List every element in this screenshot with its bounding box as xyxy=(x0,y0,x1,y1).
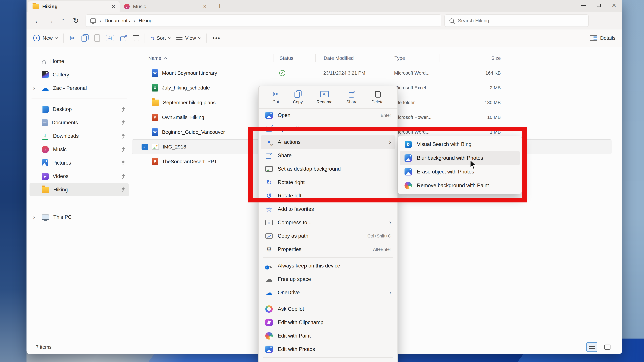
column-header-size[interactable]: Size xyxy=(440,54,503,62)
chevron-down-icon xyxy=(198,36,201,39)
menu-item-edit-with-paint[interactable]: Edit with Paint xyxy=(260,329,396,343)
synced-check-icon xyxy=(279,70,285,76)
rename-button[interactable]: Rename xyxy=(317,90,332,104)
menu-item-free-up-space[interactable]: Free up space xyxy=(260,273,396,286)
column-header-name[interactable]: Name xyxy=(132,54,274,62)
large-icons-view-toggle[interactable] xyxy=(602,342,613,352)
menu-item-open[interactable]: Open Enter xyxy=(260,109,396,122)
refresh-button[interactable]: ↻ xyxy=(70,14,82,27)
column-header-type[interactable]: Type xyxy=(386,54,440,62)
delete-button[interactable] xyxy=(133,34,139,41)
paste-button[interactable] xyxy=(94,34,100,42)
new-tab-button[interactable]: + xyxy=(218,2,222,10)
copilot-icon xyxy=(265,305,273,313)
sidebar-item-home[interactable]: Home xyxy=(30,55,129,68)
cut-button[interactable] xyxy=(69,34,76,42)
maximize-button[interactable] xyxy=(597,4,601,7)
menu-item-compress-to[interactable]: Compress to... › xyxy=(260,216,396,229)
cut-icon xyxy=(273,90,279,98)
sidebar-item-music[interactable]: Music xyxy=(30,143,129,156)
new-label: New xyxy=(42,35,53,41)
breadcrumb-hiking[interactable]: Hiking xyxy=(138,18,152,23)
menu-item-always-keep-on-device[interactable]: Always keep on this device xyxy=(260,259,396,273)
plus-circle-icon: + xyxy=(33,35,40,41)
search-icon xyxy=(450,18,454,23)
sidebar-item-documents[interactable]: Documents xyxy=(30,116,129,129)
share-icon xyxy=(348,90,356,98)
menu-item-add-to-favorites[interactable]: Add to favorites xyxy=(260,202,396,216)
delete-button[interactable]: Delete xyxy=(372,90,384,104)
sidebar-item-gallery[interactable]: Gallery xyxy=(30,68,129,81)
chevron-right-icon: › xyxy=(133,17,135,24)
menu-item-properties[interactable]: Properties Alt+Enter xyxy=(260,243,396,256)
sidebar-item-pictures[interactable]: Pictures xyxy=(30,156,129,170)
toolbar-divider xyxy=(206,33,207,42)
chevron-right-icon[interactable]: › xyxy=(33,85,38,91)
menu-item-edit-with-photos[interactable]: Edit with Photos xyxy=(260,343,396,356)
menu-item-edit-with-clipchamp[interactable]: Edit with Clipchamp xyxy=(260,316,396,329)
chevron-right-icon[interactable]: › xyxy=(33,214,38,220)
close-button[interactable]: × xyxy=(612,2,616,9)
back-button[interactable]: ← xyxy=(31,14,44,27)
tab-music[interactable]: Music × xyxy=(120,1,211,12)
sidebar-item-downloads[interactable]: Downloads xyxy=(30,129,129,143)
copy-button[interactable] xyxy=(81,34,88,42)
menu-item-show-more-options[interactable]: Show more options xyxy=(260,359,396,362)
star-icon xyxy=(266,205,272,213)
sidebar-item-hiking[interactable]: Hiking xyxy=(30,183,129,196)
downloads-icon xyxy=(42,132,49,140)
view-label: View xyxy=(185,35,196,41)
sidebar-item-videos[interactable]: Videos xyxy=(30,170,129,183)
checkbox-checked[interactable] xyxy=(142,144,148,150)
sidebar-item-this-pc[interactable]: › This PC xyxy=(30,211,129,224)
view-button[interactable]: View xyxy=(176,35,201,41)
clipchamp-icon xyxy=(265,319,273,326)
details-pane-button[interactable]: Details xyxy=(590,35,616,41)
sidebar-item-onedrive-personal[interactable]: › Zac - Personal xyxy=(30,81,129,95)
details-label: Details xyxy=(600,35,616,41)
menu-item-copy-as-path[interactable]: Copy as path Ctrl+Shift+C xyxy=(260,229,396,243)
copy-button[interactable]: Copy xyxy=(293,90,303,104)
folder-icon xyxy=(42,187,49,193)
navigation-pane: Home Gallery › Zac - Personal Desktop xyxy=(26,47,132,340)
pin-icon xyxy=(121,120,125,125)
column-header-status[interactable]: Status xyxy=(274,54,315,62)
up-button[interactable]: ↑ xyxy=(57,14,70,27)
sidebar-item-desktop[interactable]: Desktop xyxy=(30,103,129,116)
trash-icon xyxy=(375,91,380,98)
powerpoint-file-icon: P xyxy=(152,158,158,165)
close-tab-icon[interactable]: × xyxy=(203,3,206,10)
rename-icon xyxy=(106,35,114,41)
share-button[interactable] xyxy=(120,34,128,42)
toolbar-divider xyxy=(63,33,64,42)
more-options-button[interactable]: ••• xyxy=(212,35,220,41)
folder-icon xyxy=(152,99,159,106)
menu-separator xyxy=(263,357,393,358)
menu-item-ask-copilot[interactable]: Ask Copilot xyxy=(260,302,396,316)
breadcrumb[interactable]: › Documents › Hiking xyxy=(86,14,441,27)
file-name: TheSonoranDesert_PPT xyxy=(162,159,217,164)
breadcrumb-documents[interactable]: Documents xyxy=(104,18,130,23)
monitor-icon xyxy=(90,18,96,23)
close-tab-icon[interactable]: × xyxy=(112,3,115,10)
share-button[interactable]: Share xyxy=(346,90,358,104)
search-input[interactable]: Search Hiking xyxy=(444,14,589,27)
menu-item-onedrive[interactable]: OneDrive › xyxy=(260,286,396,299)
details-view-toggle[interactable] xyxy=(586,342,598,352)
tab-hiking[interactable]: Hiking × xyxy=(28,1,120,12)
chevron-right-icon: › xyxy=(99,17,101,24)
music-icon xyxy=(42,146,49,153)
new-button[interactable]: + New xyxy=(33,35,58,41)
sort-button[interactable]: ↑↓ Sort xyxy=(150,35,171,41)
file-name: Beginner_Guide_Vancouver xyxy=(162,129,225,135)
table-row[interactable]: W Mount Seymour Itinerary 23/11/2024 3:2… xyxy=(132,66,612,80)
minimize-button[interactable] xyxy=(581,5,586,6)
desktop: Hiking × Music × + × ← → ↑ ↻ xyxy=(0,0,644,362)
cut-button[interactable]: Cut xyxy=(272,90,279,104)
file-name: IMG_2918 xyxy=(163,144,186,150)
rename-button[interactable] xyxy=(106,35,114,41)
column-header-date-modified[interactable]: Date Modified xyxy=(315,54,386,62)
sidebar-item-label: Videos xyxy=(53,173,68,179)
forward-button[interactable]: → xyxy=(44,14,57,27)
ellipsis-icon: ••• xyxy=(212,35,220,41)
